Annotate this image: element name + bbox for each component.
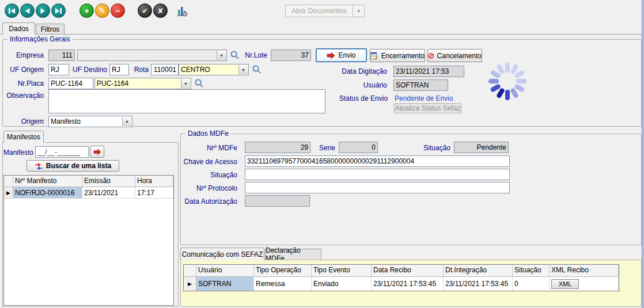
encerramento-label: Encerramento xyxy=(381,52,425,60)
xml-button[interactable]: XML xyxy=(551,279,579,289)
manifestos-grid-row[interactable]: ▶ NOF/RJO-0000016 23/11/2021 17:17 xyxy=(4,187,173,199)
uf-destino-field[interactable]: RJ xyxy=(109,64,129,75)
cell-xml-recibo: XML xyxy=(550,277,619,291)
status-envio-value: Pendente de Envio xyxy=(395,94,453,102)
empresa-combo-arrow[interactable]: ▼ xyxy=(217,51,226,60)
edit-record-button[interactable]: ✎ xyxy=(95,3,109,18)
comunicacao-grid-header: Usuário Tipo Operação Tipo Evento Data R… xyxy=(184,265,619,277)
manifesto-mask-input[interactable]: __/__-______ xyxy=(35,146,89,158)
tab-comunicacao-sefaz-label: Comunicação com SEFAZ xyxy=(182,250,263,258)
last-record-button[interactable] xyxy=(51,3,66,18)
manifestos-grid-header: Nrº Manifesto Emissão Hora xyxy=(4,176,173,187)
rota-combo-arrow[interactable]: ▼ xyxy=(238,65,248,74)
buscar-lista-label: Buscar de uma lista xyxy=(46,162,111,170)
empresa-search-button[interactable] xyxy=(230,50,240,62)
usuario-field: SOFTRAN xyxy=(393,79,448,91)
encerramento-button[interactable]: Encerramento xyxy=(370,49,425,62)
chevron-down-icon: ▼ xyxy=(357,9,361,14)
col-tipo-operacao[interactable]: Tipo Operação xyxy=(254,265,312,277)
confirm-button[interactable]: ✔ xyxy=(138,3,152,18)
previous-record-button[interactable] xyxy=(20,3,35,18)
col-dt-integracao[interactable]: Dt.Integração xyxy=(444,265,513,277)
tab-manifestos[interactable]: Manifestos xyxy=(3,131,44,143)
rota-search-button[interactable] xyxy=(252,64,262,76)
tab-comunicacao-sefaz[interactable]: Comunicação com SEFAZ xyxy=(180,248,264,260)
rota-combo[interactable]: CENTRO ▼ xyxy=(179,64,249,75)
abrir-documentos-label: Abrir Documentos xyxy=(291,7,347,15)
next-record-button[interactable] xyxy=(36,3,50,18)
nr-placa-field[interactable]: PUC-1164 xyxy=(48,78,93,89)
nr-lote-field: 37 xyxy=(271,50,311,61)
chevron-down-icon: ▼ xyxy=(125,120,129,124)
nr-placa-combo-value: PUC-1164 xyxy=(97,79,128,88)
tab-filtros[interactable]: Filtros xyxy=(36,24,65,34)
cell-dt-integracao[interactable]: 23/11/2021 17:53:45 xyxy=(444,277,513,291)
cancel-button[interactable]: ✘ xyxy=(153,3,168,18)
tab-declaracao-mdfe[interactable]: Declaração MDFe xyxy=(265,249,321,260)
atualiza-status-sefaz-button[interactable]: Atualiza Status Sefaz xyxy=(394,103,461,113)
envio-button[interactable]: Envio xyxy=(316,48,367,62)
cell-nr-manifesto[interactable]: NOF/RJO-0000016 xyxy=(13,187,82,199)
chevron-down-icon: ▼ xyxy=(184,82,188,86)
cell-tipo-evento[interactable]: Enviado xyxy=(312,277,372,291)
cell-tipo-operacao[interactable]: Remessa xyxy=(254,277,312,291)
col-tipo-evento[interactable]: Tipo Evento xyxy=(312,265,372,277)
col-emissao[interactable]: Emissão xyxy=(82,176,135,187)
abrir-documentos-button[interactable]: Abrir Documentos xyxy=(285,5,353,17)
usuario-label: Usuário xyxy=(341,81,387,89)
situacao-desc-field xyxy=(245,169,510,180)
nr-placa-combo[interactable]: PUC-1164 ▼ xyxy=(94,78,191,89)
serie-field: 0 xyxy=(339,142,378,153)
nr-placa-combo-arrow[interactable]: ▼ xyxy=(181,79,190,88)
nr-mdfe-label: Nrº MDFe xyxy=(195,144,237,152)
buscar-lista-button[interactable]: Buscar de uma lista xyxy=(26,160,119,172)
add-record-button[interactable]: + xyxy=(79,3,94,18)
col-nr-manifesto[interactable]: Nrº Manifesto xyxy=(13,176,82,187)
situacao-field: Pendente xyxy=(454,142,509,153)
cell-hora[interactable]: 17:17 xyxy=(135,187,173,199)
rota-code-field[interactable]: 110001 xyxy=(151,64,179,75)
nr-mdfe-field: 29 xyxy=(245,142,310,153)
chave-acesso-field: 3321110697957700041658000000000029111290… xyxy=(245,155,510,167)
origem-combo-arrow[interactable]: ▼ xyxy=(122,117,131,126)
x-icon: ✘ xyxy=(157,7,163,14)
col-usuario[interactable]: Usuário xyxy=(196,265,254,277)
col-situacao[interactable]: Situação xyxy=(513,265,550,277)
origem-combo[interactable]: Manifesto ▼ xyxy=(48,116,132,127)
empresa-combo[interactable]: ▼ xyxy=(77,50,227,61)
chart-report-button[interactable] xyxy=(175,3,190,18)
col-data-recibo[interactable]: Data Recibo xyxy=(372,265,444,277)
uf-origem-field[interactable]: RJ xyxy=(48,64,69,75)
rota-combo-value: CENTRO xyxy=(181,66,210,74)
informacoes-gerais-legend: Informações Gerais xyxy=(7,35,73,43)
window-right-border xyxy=(642,0,644,308)
nr-placa-search-button[interactable] xyxy=(194,78,204,90)
chevron-down-icon: ▼ xyxy=(241,68,245,72)
cancelamento-button[interactable]: Cancelamento xyxy=(427,49,482,62)
data-digitacao-label: Data Digitação xyxy=(341,67,387,75)
search-icon xyxy=(252,64,262,74)
col-hora[interactable]: Hora xyxy=(135,176,173,187)
tab-dados[interactable]: Dados xyxy=(2,22,35,35)
nr-mdfe-value: 29 xyxy=(301,143,308,151)
tab-filtros-label: Filtros xyxy=(41,25,60,33)
cell-situacao[interactable]: 0 xyxy=(513,277,550,291)
cell-data-recibo[interactable]: 23/11/2021 17:53:45 xyxy=(372,277,444,291)
abrir-documentos-dropdown[interactable]: ▼ xyxy=(353,5,365,17)
chave-acesso-value: 3321110697957700041658000000000029111290… xyxy=(247,157,414,165)
first-record-button[interactable] xyxy=(5,3,19,18)
mdfe-window: + ✎ − ✔ ✘ Abrir Documentos xyxy=(0,0,644,308)
search-icon xyxy=(230,50,240,60)
delete-record-button[interactable]: − xyxy=(111,3,125,18)
cell-usuario[interactable]: SOFTRAN xyxy=(196,277,254,291)
observacao-textarea[interactable] xyxy=(48,89,325,113)
previous-record-icon xyxy=(24,7,31,14)
col-xml-recibo[interactable]: XML Recibo xyxy=(550,265,619,277)
cell-emissao[interactable]: 23/11/2021 xyxy=(82,187,135,199)
uf-origem-value: RJ xyxy=(51,66,59,74)
tab-dados-label: Dados xyxy=(9,25,29,33)
minus-icon: − xyxy=(115,7,120,15)
manifesto-go-button[interactable] xyxy=(90,146,104,158)
first-record-icon xyxy=(8,7,16,14)
comunicacao-grid-row[interactable]: ▶ SOFTRAN Remessa Enviado 23/11/2021 17:… xyxy=(184,277,619,291)
